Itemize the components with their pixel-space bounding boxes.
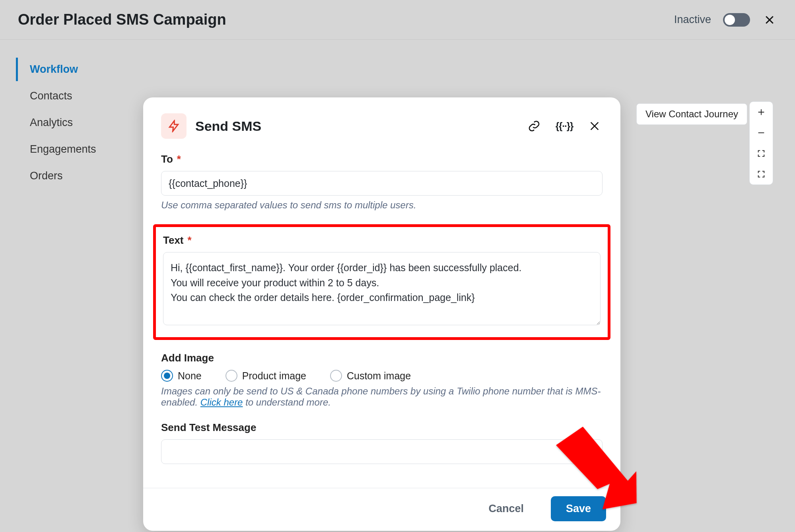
to-helper: Use comma separated values to send sms t… — [161, 200, 603, 211]
test-message-label: Send Test Message — [161, 421, 256, 434]
send-sms-modal: Send SMS {{··}} — [143, 97, 620, 531]
toggle-knob — [725, 15, 735, 25]
sidebar-item-analytics[interactable]: Analytics — [16, 111, 135, 134]
close-icon — [764, 14, 776, 26]
status-label: Inactive — [674, 14, 711, 26]
zoom-out-button[interactable] — [750, 122, 773, 143]
plus-icon — [757, 108, 766, 116]
radio-icon — [161, 370, 173, 382]
expand-icon — [757, 170, 766, 179]
close-icon — [588, 120, 601, 132]
action-icon-badge — [161, 113, 187, 139]
close-page-button[interactable] — [762, 12, 777, 27]
view-contact-journey-button[interactable]: View Contact Journey — [636, 103, 747, 125]
radio-label: None — [178, 370, 202, 382]
test-message-input[interactable] — [161, 439, 603, 464]
fit-screen-button[interactable] — [750, 143, 773, 164]
braces-icon: {{··}} — [556, 120, 573, 132]
fit-icon — [757, 149, 766, 158]
insert-variable-button[interactable]: {{··}} — [556, 118, 572, 134]
fullscreen-button[interactable] — [750, 164, 773, 184]
lightning-icon — [167, 120, 180, 132]
link-icon — [528, 120, 540, 132]
field-add-image: Add Image None Product image — [161, 352, 603, 408]
radio-icon — [330, 370, 342, 382]
required-marker: * — [177, 153, 181, 165]
canvas-zoom-controls — [749, 101, 773, 185]
text-label: Text — [163, 234, 184, 247]
mms-learn-more-link[interactable]: Click here — [200, 397, 243, 408]
radio-label: Custom image — [347, 370, 411, 382]
minus-icon — [757, 128, 766, 137]
required-marker: * — [188, 234, 192, 247]
sidebar: Workflow Contacts Analytics Engagements … — [16, 58, 135, 191]
add-image-label: Add Image — [161, 352, 214, 364]
page-header: Order Placed SMS Campaign Inactive — [0, 0, 795, 40]
field-to: To * Use comma separated values to send … — [161, 153, 603, 211]
zoom-in-button[interactable] — [750, 102, 773, 122]
insert-link-button[interactable] — [526, 118, 542, 134]
radio-custom-image[interactable]: Custom image — [330, 370, 411, 382]
text-input[interactable] — [163, 252, 601, 325]
radio-none[interactable]: None — [161, 370, 202, 382]
radio-product-image[interactable]: Product image — [225, 370, 306, 382]
sidebar-item-workflow[interactable]: Workflow — [16, 58, 135, 81]
sidebar-item-engagements[interactable]: Engagements — [16, 138, 135, 161]
sidebar-item-contacts[interactable]: Contacts — [16, 84, 135, 108]
radio-label: Product image — [242, 370, 306, 382]
active-toggle[interactable] — [723, 13, 750, 27]
sidebar-item-orders[interactable]: Orders — [16, 164, 135, 188]
field-test-message: Send Test Message — [161, 421, 603, 464]
close-modal-button[interactable] — [587, 118, 603, 134]
page-title: Order Placed SMS Campaign — [18, 11, 226, 28]
to-input[interactable] — [161, 171, 603, 196]
to-label: To — [161, 153, 173, 165]
modal-footer: Cancel Save — [143, 488, 620, 531]
radio-icon — [225, 370, 237, 382]
text-field-highlight: Text * — [153, 224, 610, 340]
cancel-button[interactable]: Cancel — [473, 496, 539, 521]
modal-title: Send SMS — [195, 118, 261, 134]
save-button[interactable]: Save — [551, 496, 606, 521]
add-image-helper: Images can only be send to US & Canada p… — [161, 386, 603, 408]
